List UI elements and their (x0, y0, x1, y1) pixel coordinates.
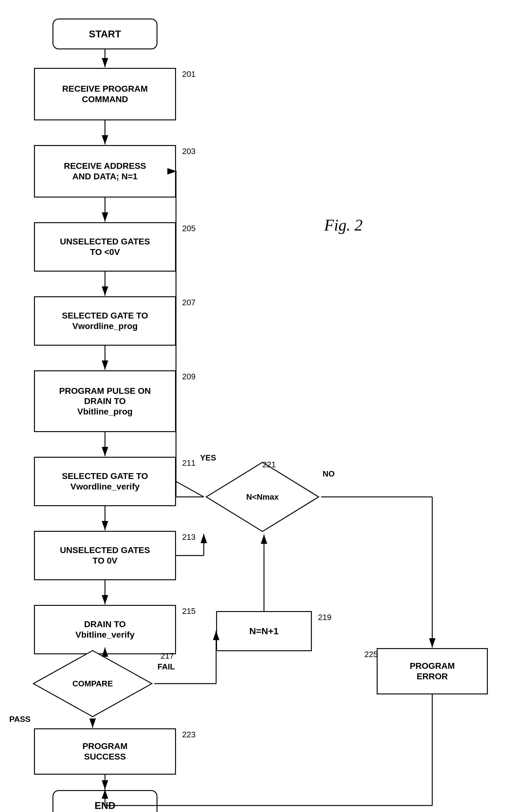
diamond-217: COMPARE (31, 648, 154, 719)
ref-221: 221 (262, 460, 276, 469)
figure-label: Fig. 2 (324, 216, 363, 234)
box-225: PROGRAMERROR (377, 648, 488, 694)
ref-207: 207 (182, 298, 195, 308)
box-201: RECEIVE PROGRAMCOMMAND (34, 68, 176, 120)
ref-205: 205 (182, 224, 195, 233)
start-box: START (53, 19, 158, 49)
box-215: DRAIN TOVbitline_verify (34, 605, 176, 654)
diamond-221-label: N<Nmax (247, 492, 279, 502)
box-203: RECEIVE ADDRESSAND DATA; N=1 (34, 145, 176, 198)
ref-219: 219 (318, 613, 331, 622)
ref-215: 215 (182, 606, 195, 616)
end-box: END (53, 790, 158, 812)
diamond-217-label: COMPARE (73, 679, 113, 689)
ref-213: 213 (182, 532, 195, 542)
ref-209: 209 (182, 372, 195, 381)
label-no: NO (323, 469, 335, 479)
ref-203: 203 (182, 147, 195, 156)
box-207: SELECTED GATE TOVwordline_prog (34, 296, 176, 346)
label-yes: YES (200, 453, 216, 463)
diamond-221: N<Nmax (204, 460, 321, 534)
label-pass: PASS (9, 715, 31, 724)
ref-211: 211 (182, 458, 195, 468)
flowchart-diagram: START RECEIVE PROGRAMCOMMAND 201 RECEIVE… (0, 0, 515, 812)
box-211: SELECTED GATE TOVwordline_verify (34, 457, 176, 506)
box-223: PROGRAMSUCCESS (34, 728, 176, 775)
box-209: PROGRAM PULSE ONDRAIN TOVbitline_prog (34, 370, 176, 432)
box-219: N=N+1 (216, 611, 312, 651)
box-213: UNSELECTED GATESTO 0V (34, 531, 176, 580)
label-fail: FAIL (158, 662, 175, 672)
ref-217: 217 (161, 651, 174, 661)
ref-201: 201 (182, 69, 195, 79)
ref-223: 223 (182, 730, 195, 740)
svg-line-22 (176, 482, 204, 497)
box-205: UNSELECTED GATESTO <0V (34, 222, 176, 271)
ref-225: 225 (364, 650, 378, 659)
